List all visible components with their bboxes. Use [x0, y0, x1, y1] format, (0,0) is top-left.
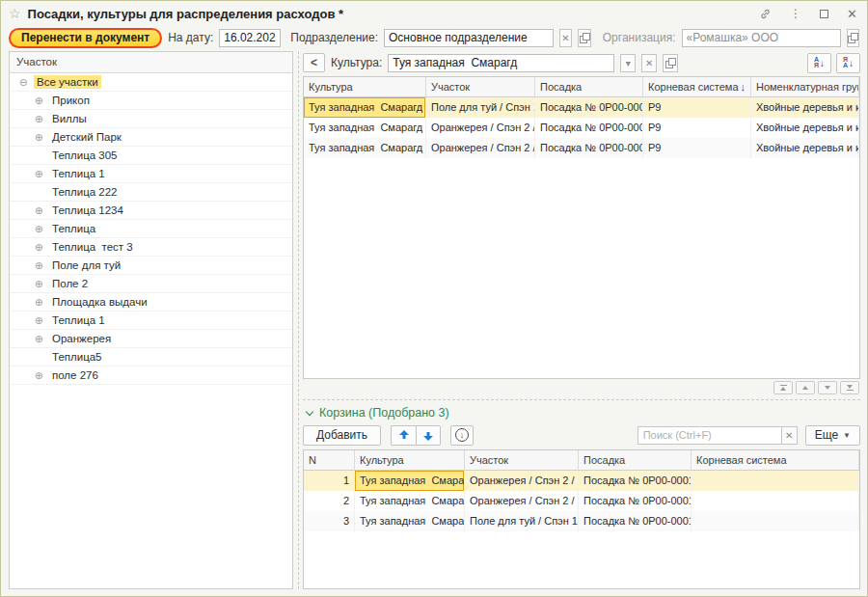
- sort-direction-icon: ↓: [741, 81, 746, 93]
- move-up-icon[interactable]: [796, 381, 815, 394]
- search-input[interactable]: [637, 426, 782, 445]
- tree-item[interactable]: ⊕Детский Парк: [10, 128, 292, 147]
- column-header-plot[interactable]: Участок: [465, 450, 579, 471]
- tree-item[interactable]: ⊕Прикоп: [10, 92, 292, 110]
- table-row[interactable]: Туя западная Смарагд Оранжерея / Спэн 2 …: [304, 138, 859, 158]
- main-toolbar: Перенести в документ На дату: Подразделе…: [1, 26, 867, 49]
- tree-item[interactable]: ⊕Оранжерея: [10, 330, 292, 348]
- column-header-root-system[interactable]: Корневая система↓: [643, 77, 751, 97]
- move-to-bottom-icon[interactable]: [840, 381, 859, 394]
- tree-item[interactable]: ⊕Теплица 1: [10, 312, 292, 330]
- tree-item[interactable]: ⊕Виллы: [10, 110, 292, 128]
- tree-item[interactable]: ⊕Теплица: [10, 220, 292, 238]
- tree-item[interactable]: ⊕Теплица 1: [10, 165, 292, 183]
- basket-group-header[interactable]: Корзина (Подобрано 3): [303, 403, 860, 422]
- menu-dots-icon[interactable]: ⋮: [790, 8, 801, 19]
- culture-label: Культура:: [331, 56, 382, 69]
- panel-splitter[interactable]: [293, 51, 303, 589]
- app-window: ☆ Посадки, культуры для распределения ра…: [0, 0, 868, 597]
- plantings-table-header: Культура Участок Посадка Корневая систем…: [304, 77, 859, 97]
- move-to-top-icon[interactable]: [773, 381, 793, 394]
- row-move-buttons: [303, 379, 860, 396]
- culture-dropdown-icon[interactable]: ▾: [620, 54, 636, 72]
- department-choose-icon[interactable]: [578, 29, 590, 47]
- table-empty-area: [304, 158, 859, 378]
- expand-plus-icon[interactable]: ⊕: [33, 334, 45, 344]
- close-icon[interactable]: ✕: [847, 8, 857, 20]
- sort-descending-button[interactable]: ЯА↓: [836, 53, 860, 73]
- expand-plus-icon[interactable]: ⊕: [33, 95, 45, 106]
- culture-filter-row: < Культура: Туя западная Смарагд ▾ ✕ АЯ↓…: [303, 51, 860, 74]
- expand-plus-icon[interactable]: ⊕: [33, 370, 45, 381]
- more-button[interactable]: Еще▼: [805, 425, 860, 446]
- column-header-nomenclature-group[interactable]: Номенклатурная группа: [751, 77, 859, 97]
- organization-label: Организация:: [603, 31, 676, 44]
- expand-plus-icon[interactable]: ⊕: [33, 279, 45, 289]
- move-row-up-button[interactable]: [391, 425, 416, 446]
- culture-clear-icon[interactable]: ✕: [641, 54, 657, 72]
- plot-column-header[interactable]: Участок: [10, 52, 292, 73]
- expand-plus-icon[interactable]: ⊕: [33, 315, 45, 326]
- column-header-planting[interactable]: Посадка: [579, 450, 692, 471]
- table-row[interactable]: 1 Туя западная Смарагд Оранжерея / Спэн …: [304, 471, 859, 491]
- basket-table-header: N Культура Участок Посадка Корневая сист…: [304, 450, 859, 471]
- table-empty-area: [304, 531, 859, 588]
- expand-plus-icon[interactable]: ⊕: [33, 260, 45, 271]
- expand-plus-icon[interactable]: ⊕: [33, 132, 45, 143]
- table-row[interactable]: Туя западная Смарагд Поле для туй / Спэн…: [304, 97, 859, 118]
- column-header-planting[interactable]: Посадка: [535, 77, 643, 97]
- tree-item[interactable]: ⊕Поле 2: [10, 275, 292, 293]
- department-clear-icon[interactable]: ✕: [559, 29, 572, 47]
- link-icon[interactable]: [759, 8, 772, 20]
- sort-ascending-button[interactable]: АЯ↓: [807, 53, 831, 73]
- department-input[interactable]: [384, 29, 554, 47]
- tree-item[interactable]: ⊕поле 276: [10, 366, 292, 385]
- move-down-icon[interactable]: [818, 381, 837, 394]
- tree-item[interactable]: Теплица5: [10, 348, 292, 366]
- tree-item[interactable]: ⊕Площадка выдачи: [10, 293, 292, 312]
- expand-plus-icon[interactable]: ⊕: [33, 242, 45, 253]
- expand-plus-icon[interactable]: ⊕: [33, 224, 45, 234]
- organization-choose-icon[interactable]: [847, 29, 859, 47]
- table-row[interactable]: Туя западная Смарагд Оранжерея / Спэн 2 …: [304, 118, 859, 138]
- column-header-n[interactable]: N: [304, 450, 355, 471]
- plantings-table: Культура Участок Посадка Корневая систем…: [303, 76, 860, 379]
- expand-minus-icon[interactable]: ⊖: [17, 77, 30, 88]
- chevron-down-icon: [306, 407, 313, 415]
- tree-item[interactable]: ⊕Теплица тест 3: [10, 238, 292, 257]
- plot-tree: ⊖Все участки ⊕Прикоп ⊕Виллы ⊕Детский Пар…: [10, 73, 292, 385]
- tree-item[interactable]: ⊕Теплица 1234: [10, 202, 292, 220]
- basket-table: N Культура Участок Посадка Корневая сист…: [303, 449, 860, 589]
- search-clear-icon[interactable]: ✕: [782, 426, 798, 445]
- expand-plus-icon[interactable]: ⊕: [33, 297, 45, 308]
- date-input[interactable]: [219, 29, 281, 47]
- table-row[interactable]: 2 Туя западная Смарагд Оранжерея / Спэн …: [304, 491, 859, 511]
- transfer-to-document-button[interactable]: Перенести в документ: [9, 28, 162, 48]
- favorite-star-icon[interactable]: ☆: [9, 6, 21, 21]
- column-header-plot[interactable]: Участок: [426, 77, 535, 97]
- move-row-down-button[interactable]: [416, 425, 441, 446]
- tree-item[interactable]: ⊕Поле для туй: [10, 257, 292, 275]
- horizontal-splitter[interactable]: [303, 399, 860, 400]
- table-row[interactable]: 3 Туя западная Смарагд Поле для туй / Сп…: [304, 511, 859, 531]
- tree-item[interactable]: Теплица 222: [10, 183, 292, 202]
- column-header-culture[interactable]: Культура: [304, 77, 426, 97]
- column-header-root-system[interactable]: Корневая система: [692, 450, 859, 471]
- titlebar: ☆ Посадки, культуры для распределения ра…: [1, 1, 867, 26]
- organization-input[interactable]: [682, 29, 841, 47]
- tree-item[interactable]: Теплица 305: [10, 147, 292, 165]
- tree-item-all-plots[interactable]: ⊖Все участки: [10, 73, 292, 92]
- column-header-culture[interactable]: Культура: [355, 450, 465, 471]
- basket-toolbar: Добавить ↓ ✕ Еще▼: [303, 422, 860, 449]
- basket-title: Корзина (Подобрано 3): [319, 406, 449, 420]
- circled-down-arrow-icon: ↓: [455, 428, 469, 442]
- load-button[interactable]: ↓: [450, 425, 474, 446]
- expand-plus-icon[interactable]: ⊕: [33, 169, 45, 179]
- expand-plus-icon[interactable]: ⊕: [33, 114, 45, 124]
- add-button[interactable]: Добавить: [303, 425, 381, 446]
- expand-plus-icon[interactable]: ⊕: [33, 205, 45, 216]
- culture-field[interactable]: Туя западная Смарагд: [388, 54, 614, 72]
- maximize-icon[interactable]: [820, 10, 828, 18]
- back-button[interactable]: <: [303, 53, 325, 72]
- culture-choose-icon[interactable]: [663, 54, 678, 72]
